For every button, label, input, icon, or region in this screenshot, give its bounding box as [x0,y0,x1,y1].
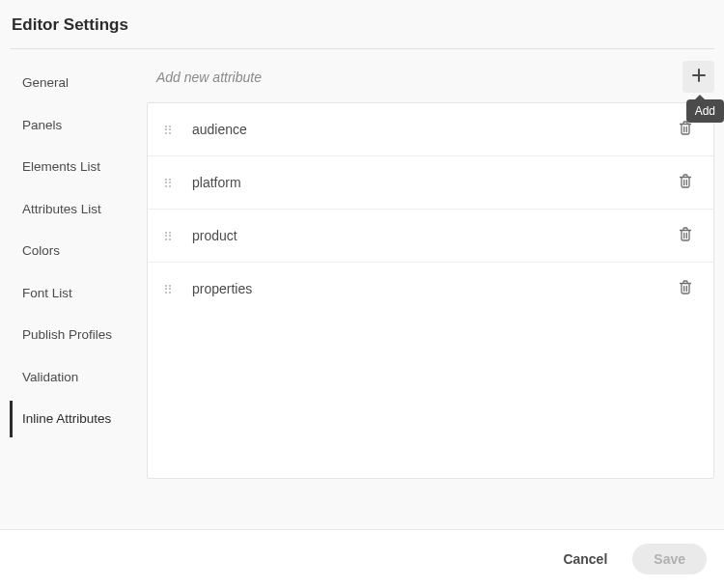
sidebar-item-validation[interactable]: Validation [10,359,137,396]
sidebar-item-label: Validation [22,370,78,384]
save-button[interactable]: Save [632,544,707,574]
attribute-name: properties [192,281,675,296]
add-attribute-button[interactable] [682,61,714,93]
sidebar-item-panels[interactable]: Panels [10,107,137,144]
sidebar-item-label: Elements List [22,159,100,174]
cancel-button[interactable]: Cancel [553,544,617,574]
sidebar-item-label: Font List [22,286,72,300]
drag-handle-icon[interactable] [165,179,175,187]
attribute-row: platform [148,156,713,210]
sidebar-item-inline-attributes[interactable]: Inline Attributes [10,401,137,437]
attributes-list: audienceplatformproductproperties [147,102,714,479]
attribute-name: product [192,228,675,243]
trash-icon [679,174,692,191]
main-panel: Add new attribute Add audienceplatformpr… [137,59,714,479]
sidebar-item-label: General [22,75,69,90]
sidebar-item-font-list[interactable]: Font List [10,275,137,312]
delete-attribute-button[interactable] [675,276,696,301]
sidebar-item-label: Inline Attributes [22,411,111,426]
add-attribute-row: Add new attribute Add [147,59,714,102]
add-tooltip: Add [686,99,724,123]
sidebar-item-label: Colors [22,243,60,258]
sidebar-item-general[interactable]: General [10,65,137,101]
drag-handle-icon[interactable] [165,232,175,240]
sidebar-item-publish-profiles[interactable]: Publish Profiles [10,317,137,353]
footer: Cancel Save [0,529,724,588]
sidebar-item-label: Attributes List [22,202,101,216]
attribute-name: platform [192,175,675,190]
attribute-row: properties [148,263,713,315]
add-attribute-label: Add new attribute [156,70,262,85]
attribute-row: audience [148,103,713,156]
sidebar-item-attributes-list[interactable]: Attributes List [10,191,137,228]
trash-icon [679,280,692,297]
trash-icon [679,227,692,244]
sidebar: GeneralPanelsElements ListAttributes Lis… [10,59,137,479]
sidebar-item-label: Panels [22,118,62,132]
trash-icon [679,121,692,138]
sidebar-item-elements-list[interactable]: Elements List [10,149,137,185]
attribute-row: product [148,210,713,263]
delete-attribute-button[interactable] [675,223,696,248]
plus-icon [692,69,706,86]
page-title: Editor Settings [10,12,714,48]
divider [10,48,714,49]
sidebar-item-colors[interactable]: Colors [10,233,137,269]
delete-attribute-button[interactable] [675,170,696,195]
drag-handle-icon[interactable] [165,285,175,294]
sidebar-item-label: Publish Profiles [22,327,112,342]
drag-handle-icon[interactable] [165,126,175,134]
attribute-name: audience [192,122,675,137]
